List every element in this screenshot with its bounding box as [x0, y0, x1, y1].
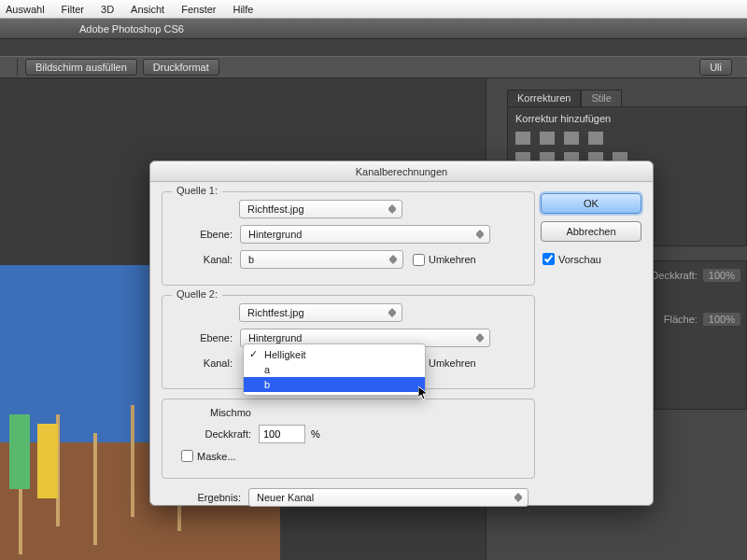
- print-format-button[interactable]: Druckformat: [143, 59, 219, 76]
- source1-channel-select[interactable]: b: [240, 250, 403, 269]
- os-menu-bar: Auswahl Filter 3D Ansicht Fenster Hilfe: [0, 0, 747, 19]
- source1-file-select[interactable]: Richtfest.jpg: [239, 200, 402, 218]
- calculations-dialog: Kanalberechnungen OK Abbrechen Vorschau …: [149, 161, 654, 506]
- invert1-label: Umkehren: [429, 254, 476, 265]
- mask-checkbox[interactable]: [181, 450, 193, 462]
- opacity-unit: %: [311, 428, 320, 440]
- source1-layer-select[interactable]: Hintergrund: [240, 225, 490, 244]
- menu-filter[interactable]: Filter: [62, 4, 84, 15]
- cancel-button[interactable]: Abbrechen: [541, 221, 641, 242]
- exposure-icon[interactable]: [588, 132, 603, 145]
- layer1-label: Ebene:: [172, 229, 233, 240]
- mask-label: Maske...: [197, 451, 236, 462]
- source1-legend: Quelle 1:: [172, 185, 222, 196]
- channel2-label: Kanal:: [172, 357, 233, 369]
- panel-tabs: Korrekturen Stile: [507, 90, 747, 106]
- fill-label: Fläche:: [664, 314, 698, 325]
- levels-icon[interactable]: [540, 132, 555, 145]
- dropdown-item-a[interactable]: a: [244, 362, 425, 377]
- menu-ansicht[interactable]: Ansicht: [131, 4, 164, 15]
- menu-auswahl[interactable]: Auswahl: [6, 4, 45, 15]
- dialog-title: Kanalberechnungen: [150, 161, 653, 182]
- menu-fenster[interactable]: Fenster: [181, 4, 216, 15]
- dropdown-item-helligkeit[interactable]: Helligkeit: [244, 347, 425, 362]
- result-label: Ergebnis:: [162, 492, 241, 503]
- channel2-dropdown-menu: Helligkeit a b: [243, 343, 426, 396]
- cursor-icon: [418, 386, 430, 401]
- dropdown-item-b[interactable]: b: [244, 377, 425, 392]
- opacity-input[interactable]: [259, 425, 305, 443]
- channel1-label: Kanal:: [172, 254, 233, 265]
- blend-label: Mischmo: [172, 407, 251, 418]
- user-button[interactable]: Uli: [699, 59, 732, 76]
- add-correction-label: Korrektur hinzufügen: [515, 113, 739, 124]
- preview-checkbox[interactable]: [543, 253, 555, 265]
- invert1-checkbox-group[interactable]: Umkehren: [413, 254, 476, 266]
- blending-group: Mischmo Deckkraft: % Maske...: [162, 399, 535, 479]
- source1-group: Quelle 1: Richtfest.jpg Ebene: Hintergru…: [162, 191, 535, 286]
- divider: [17, 59, 18, 76]
- tab-stile[interactable]: Stile: [581, 90, 621, 106]
- ok-button[interactable]: OK: [541, 193, 641, 214]
- source2-legend: Quelle 2:: [172, 288, 222, 300]
- source2-file-select[interactable]: Richtfest.jpg: [239, 303, 402, 322]
- curves-icon[interactable]: [564, 132, 579, 145]
- fill-value[interactable]: 100%: [703, 313, 740, 326]
- menu-hilfe[interactable]: Hilfe: [233, 4, 253, 15]
- invert1-checkbox[interactable]: [413, 254, 425, 266]
- mask-checkbox-group[interactable]: Maske...: [181, 450, 236, 462]
- opacity-label: Deckkraft:: [651, 270, 698, 281]
- opacity-value[interactable]: 100%: [703, 269, 740, 282]
- invert2-label: Umkehren: [429, 357, 476, 369]
- brightness-icon[interactable]: [515, 132, 530, 145]
- opacity-dlg-label: Deckkraft:: [172, 428, 251, 440]
- tab-korrekturen[interactable]: Korrekturen: [507, 90, 581, 106]
- preview-label: Vorschau: [558, 254, 601, 265]
- result-select[interactable]: Neuer Kanal: [248, 488, 529, 507]
- app-title-bar: Adobe Photoshop CS6: [0, 19, 747, 39]
- fill-screen-button[interactable]: Bildschirm ausfüllen: [25, 59, 137, 76]
- app-title: Adobe Photoshop CS6: [79, 23, 184, 35]
- preview-checkbox-group[interactable]: Vorschau: [543, 253, 641, 265]
- options-bar: Bildschirm ausfüllen Druckformat Uli: [0, 56, 747, 78]
- layer2-label: Ebene:: [172, 332, 233, 343]
- menu-3d[interactable]: 3D: [101, 4, 114, 15]
